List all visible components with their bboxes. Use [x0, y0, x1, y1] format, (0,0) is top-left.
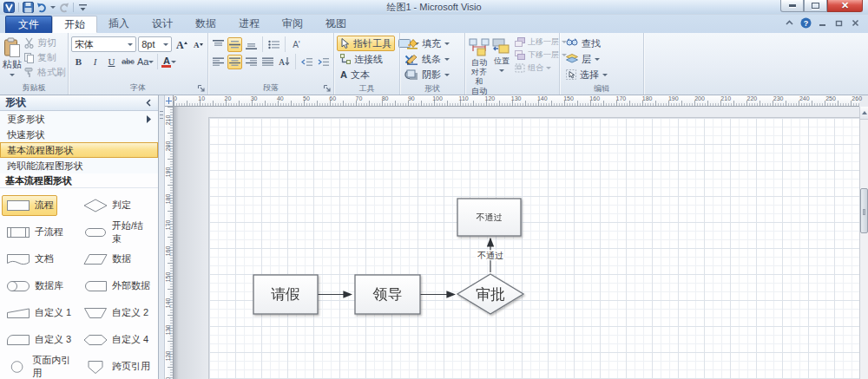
find-button[interactable]: 查找	[562, 36, 641, 51]
stencil-nav-item[interactable]: 跨职能流程图形状	[0, 158, 158, 173]
stencil-shape-decision[interactable]: 判定	[79, 195, 156, 216]
decrease-indent-button[interactable]	[299, 55, 314, 69]
redo-icon[interactable]	[58, 2, 69, 13]
drawing-canvas[interactable]: 不通过请假领导审批不通过	[174, 107, 859, 379]
subprocess-icon	[5, 225, 31, 240]
text-tool-button[interactable]: A 文本	[337, 67, 395, 82]
vertical-scrollbar[interactable]	[859, 107, 868, 379]
flow-node-reject[interactable]: 不通过	[457, 199, 521, 236]
undo-icon[interactable]	[36, 2, 48, 13]
cut-button[interactable]: 剪切	[22, 36, 68, 50]
stencil-nav-item[interactable]: 基本流程图形状	[0, 142, 158, 158]
layers-button[interactable]: 层	[562, 51, 641, 67]
bold-button[interactable]: B	[71, 55, 86, 69]
tab-file[interactable]: 文件	[5, 16, 52, 33]
underline-button[interactable]: U	[104, 55, 119, 69]
align-bottom-icon	[246, 40, 257, 49]
scrollbar-thumb[interactable]	[860, 188, 868, 233]
qat-customize-icon[interactable]	[77, 2, 89, 13]
auto-align-icon	[468, 37, 490, 56]
maximize-button[interactable]	[804, 0, 827, 12]
bullets-button[interactable]	[266, 37, 281, 52]
flow-node-leader[interactable]: 领导	[355, 275, 420, 314]
close-button[interactable]: ✕	[827, 0, 863, 12]
grow-font-button[interactable]: A	[174, 37, 188, 52]
save-icon[interactable]	[23, 2, 34, 13]
increase-indent-button[interactable]	[316, 55, 331, 69]
font-name-combo[interactable]: 宋体	[71, 36, 136, 52]
quick-access-toolbar	[0, 2, 89, 13]
tab-进程[interactable]: 进程	[227, 16, 271, 33]
align-center-button[interactable]	[227, 55, 242, 69]
stencil-shape-custom3[interactable]: 自定义 3	[2, 330, 79, 350]
paragraph-dialog-launcher-icon[interactable]	[323, 84, 332, 93]
connector-label[interactable]: 不通过	[477, 251, 503, 260]
stencil-nav-item[interactable]: 更多形状	[0, 111, 158, 127]
line-button[interactable]: 线条	[403, 51, 462, 67]
stencil-shape-database[interactable]: 数据库	[2, 276, 79, 297]
undo-dropdown-icon[interactable]	[50, 6, 56, 9]
stencil-shape-process[interactable]: 流程	[2, 195, 79, 216]
stencil-shape-external-data[interactable]: 外部数据	[79, 276, 156, 297]
stencil-shape-offpage-ref[interactable]: 跨页引用	[79, 356, 156, 377]
align-left-button[interactable]	[211, 55, 226, 69]
shadow-button[interactable]: 阴影	[403, 67, 462, 82]
shadow-icon	[406, 69, 418, 81]
collapse-panel-icon[interactable]	[145, 99, 153, 107]
align-right-button[interactable]	[244, 55, 259, 69]
flow-node-approve[interactable]: 审批	[457, 274, 523, 314]
tab-数据[interactable]: 数据	[184, 16, 227, 33]
select-button[interactable]: 选择	[562, 67, 641, 82]
external-data-icon	[82, 278, 108, 294]
connector-tool-button[interactable]: 连接线	[337, 51, 395, 67]
visio-app-icon[interactable]	[3, 2, 15, 13]
stencil-shape-custom4[interactable]: 自定义 4	[79, 330, 156, 350]
doc-restore-icon[interactable]	[833, 17, 845, 29]
change-case-button[interactable]: Aa	[137, 55, 154, 69]
group-editing: 查找 层 选择 编辑	[560, 33, 644, 95]
strikethrough-button[interactable]: abc	[121, 55, 135, 69]
doc-minimize-icon[interactable]	[817, 17, 828, 29]
align-bottom-button[interactable]	[244, 37, 259, 52]
align-top-button[interactable]	[211, 37, 226, 52]
v-ruler-label: 120	[165, 350, 171, 362]
font-color-button[interactable]: A	[161, 55, 176, 69]
align-middle-button[interactable]	[227, 37, 242, 52]
stencil-shape-inpage-ref[interactable]: 页面内引用	[2, 351, 79, 379]
scroll-up-icon[interactable]	[860, 107, 868, 120]
fill-button[interactable]: 填充	[403, 36, 462, 51]
stencil-nav-item[interactable]: 快速形状	[0, 127, 158, 142]
tab-审阅[interactable]: 审阅	[271, 16, 314, 33]
copy-button[interactable]: 复制	[22, 50, 68, 65]
text-options-button[interactable]: A'	[289, 37, 304, 52]
justify-button[interactable]	[260, 55, 275, 69]
tab-开始[interactable]: 开始	[52, 16, 97, 33]
tab-插入[interactable]: 插入	[97, 16, 141, 33]
text-direction-button[interactable]: A	[277, 55, 292, 69]
paste-icon	[3, 37, 22, 58]
flow-node-request[interactable]: 请假	[253, 275, 318, 314]
tab-视图[interactable]: 视图	[314, 16, 358, 33]
stencil-shape-data[interactable]: 数据	[79, 249, 156, 270]
font-dialog-launcher-icon[interactable]	[197, 84, 206, 93]
paste-button[interactable]: 粘贴	[3, 36, 22, 82]
stencil-shape-document[interactable]: 文档	[2, 249, 79, 270]
stencil-shape-custom1[interactable]: 自定义 1	[2, 303, 79, 323]
h-ruler-label: 30	[251, 95, 258, 101]
italic-button[interactable]: I	[88, 55, 102, 69]
pointer-tool-button[interactable]: 指针工具	[337, 36, 395, 51]
ruler-origin-crosshair[interactable]	[165, 95, 174, 107]
stencil-shape-startend[interactable]: 开始/结束	[79, 217, 156, 248]
shrink-font-button[interactable]: A	[190, 37, 205, 52]
panel-splitter[interactable]	[159, 95, 165, 379]
minimize-ribbon-icon[interactable]	[784, 17, 795, 29]
doc-close-icon[interactable]	[850, 17, 861, 29]
minimize-button[interactable]	[780, 0, 804, 12]
stencil-shape-custom2[interactable]: 自定义 2	[79, 303, 156, 323]
help-icon[interactable]: ?	[800, 17, 812, 29]
format-painter-button[interactable]: 格式刷	[22, 65, 68, 80]
tab-设计[interactable]: 设计	[141, 16, 184, 33]
text-direction-icon: A	[279, 56, 290, 67]
stencil-shape-subprocess[interactable]: 子流程	[2, 222, 79, 243]
font-size-combo[interactable]: 8pt	[138, 36, 172, 52]
